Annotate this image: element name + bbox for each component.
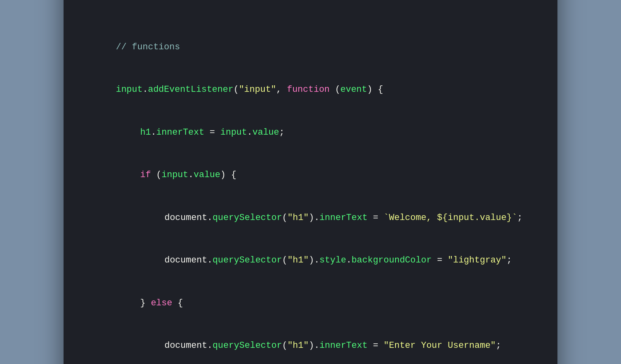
code-line-7: document.querySelector("h1").style.backg…	[84, 239, 537, 282]
comment-functions: // functions	[84, 25, 537, 68]
code-line-3: input.addEventListener("input", function…	[84, 68, 537, 111]
empty-line-1	[84, 11, 537, 25]
code-line-8: } else {	[84, 282, 537, 325]
code-window: // variables const h1 = document.querySe…	[64, 0, 557, 364]
code-line-9: document.querySelector("h1").innerText =…	[84, 324, 537, 364]
code-editor: // variables const h1 = document.querySe…	[64, 0, 557, 364]
code-line-2: const input = document.querySelector("in…	[84, 0, 537, 11]
code-line-5: if (input.value) {	[84, 154, 537, 197]
code-line-6: document.querySelector("h1").innerText =…	[84, 197, 537, 239]
code-line-4: h1.innerText = input.value;	[84, 111, 537, 154]
